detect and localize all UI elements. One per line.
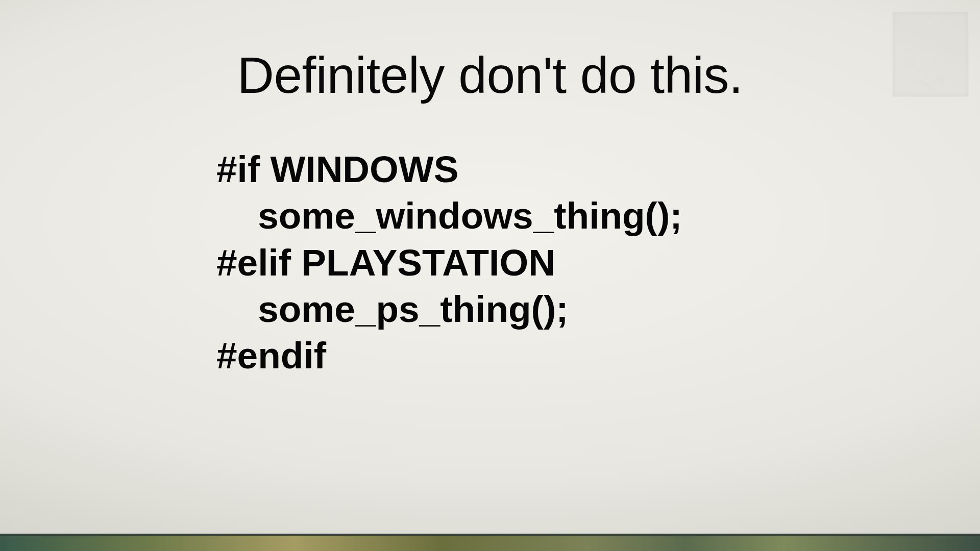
code-example: #if WINDOWS some_windows_thing(); #elif … [216,146,682,379]
footer-bar [0,536,980,551]
presentation-slide: STEAM DEV DAYS Definitely don't do this.… [0,0,980,551]
slide-title: Definitely don't do this. [0,46,980,105]
